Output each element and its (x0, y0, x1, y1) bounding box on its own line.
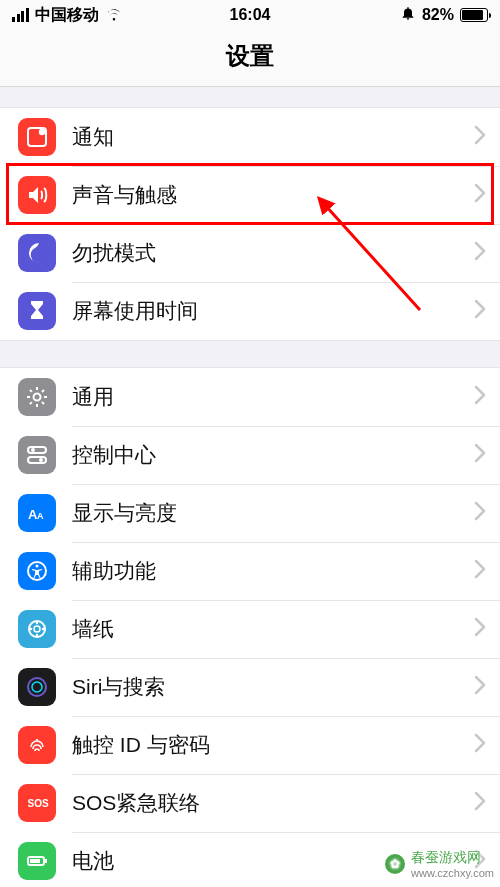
chevron-right-icon (474, 849, 486, 873)
row-label: 辅助功能 (72, 557, 474, 585)
row-label: 勿扰模式 (72, 239, 474, 267)
svg-point-14 (36, 634, 38, 636)
chevron-right-icon (474, 791, 486, 815)
row-control-center[interactable]: 控制中心 (0, 426, 500, 484)
status-bar: 中国移动 16:04 82% (0, 0, 500, 30)
text-size-icon: AA (18, 494, 56, 532)
svg-point-4 (31, 448, 35, 452)
svg-text:A: A (37, 511, 44, 521)
svg-point-2 (34, 394, 41, 401)
chevron-right-icon (474, 241, 486, 265)
chevron-right-icon (474, 501, 486, 525)
gear-icon (18, 378, 56, 416)
row-label: 控制中心 (72, 441, 474, 469)
accessibility-icon (18, 552, 56, 590)
row-notifications[interactable]: 通知 (0, 108, 500, 166)
fingerprint-icon (18, 726, 56, 764)
svg-point-1 (39, 129, 45, 135)
svg-rect-21 (45, 859, 47, 863)
settings-group-2: 通用 控制中心 AA 显示与亮度 辅助功能 墙纸 Siri与搜索 (0, 367, 500, 887)
page-title: 设置 (0, 30, 500, 87)
svg-point-15 (30, 628, 32, 630)
row-wallpaper[interactable]: 墙纸 (0, 600, 500, 658)
chevron-right-icon (474, 299, 486, 323)
svg-rect-3 (28, 447, 46, 453)
chevron-right-icon (474, 675, 486, 699)
row-display-brightness[interactable]: AA 显示与亮度 (0, 484, 500, 542)
battery-settings-icon (18, 842, 56, 880)
chevron-right-icon (474, 559, 486, 583)
svg-point-10 (36, 565, 39, 568)
svg-rect-22 (30, 859, 40, 863)
battery-icon (460, 8, 488, 22)
wallpaper-icon (18, 610, 56, 648)
svg-point-6 (39, 458, 43, 462)
row-battery[interactable]: 电池 (0, 832, 500, 887)
wifi-icon (105, 4, 123, 26)
row-general[interactable]: 通用 (0, 368, 500, 426)
battery-pct: 82% (422, 6, 454, 24)
row-label: 电池 (72, 847, 474, 875)
chevron-right-icon (474, 183, 486, 207)
row-screen-time[interactable]: 屏幕使用时间 (0, 282, 500, 340)
carrier-label: 中国移动 (35, 5, 99, 26)
row-label: 通用 (72, 383, 474, 411)
chevron-right-icon (474, 733, 486, 757)
siri-icon (18, 668, 56, 706)
hourglass-icon (18, 292, 56, 330)
alarm-icon (400, 5, 416, 25)
signal-icon (12, 8, 29, 22)
status-left: 中国移动 (12, 4, 123, 26)
row-label: Siri与搜索 (72, 673, 474, 701)
status-right: 82% (400, 5, 488, 25)
row-label: 屏幕使用时间 (72, 297, 474, 325)
row-accessibility[interactable]: 辅助功能 (0, 542, 500, 600)
svg-point-13 (36, 622, 38, 624)
row-do-not-disturb[interactable]: 勿扰模式 (0, 224, 500, 282)
chevron-right-icon (474, 385, 486, 409)
notifications-icon (18, 118, 56, 156)
row-label: SOS紧急联络 (72, 789, 474, 817)
row-sos[interactable]: SOS SOS紧急联络 (0, 774, 500, 832)
chevron-right-icon (474, 443, 486, 467)
sos-icon: SOS (18, 784, 56, 822)
row-label: 显示与亮度 (72, 499, 474, 527)
chevron-right-icon (474, 125, 486, 149)
row-siri-search[interactable]: Siri与搜索 (0, 658, 500, 716)
svg-point-12 (34, 626, 40, 632)
clock: 16:04 (230, 6, 271, 24)
moon-icon (18, 234, 56, 272)
svg-point-16 (42, 628, 44, 630)
row-label: 墙纸 (72, 615, 474, 643)
svg-rect-5 (28, 457, 46, 463)
svg-point-17 (28, 678, 46, 696)
svg-point-18 (32, 682, 42, 692)
row-label: 声音与触感 (72, 181, 474, 209)
chevron-right-icon (474, 617, 486, 641)
row-label: 触控 ID 与密码 (72, 731, 474, 759)
svg-text:SOS: SOS (28, 798, 49, 809)
toggles-icon (18, 436, 56, 474)
row-label: 通知 (72, 123, 474, 151)
settings-group-1: 通知 声音与触感 勿扰模式 屏幕使用时间 (0, 107, 500, 341)
row-sounds-haptics[interactable]: 声音与触感 (0, 166, 500, 224)
row-touchid-passcode[interactable]: 触控 ID 与密码 (0, 716, 500, 774)
sound-icon (18, 176, 56, 214)
